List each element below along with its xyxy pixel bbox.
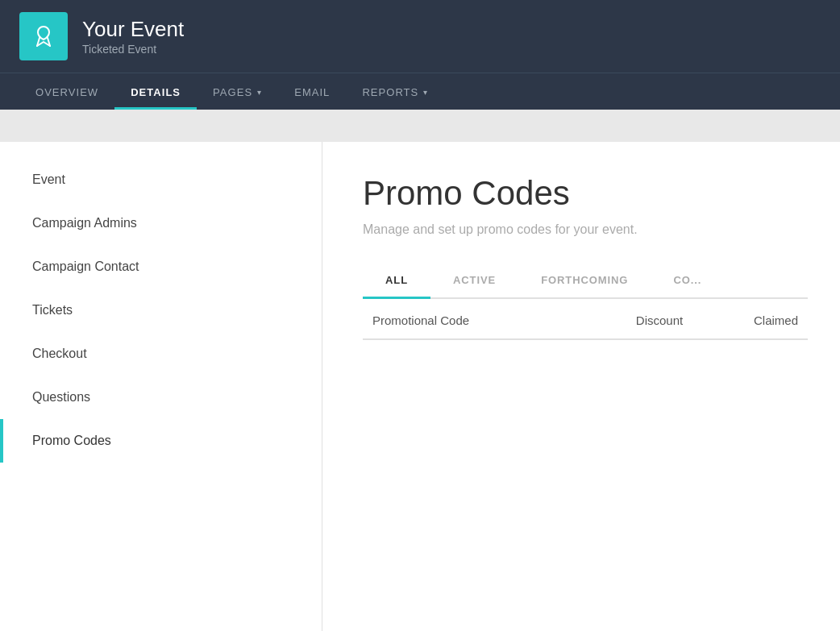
- subheader-band: [0, 110, 840, 142]
- sidebar-item-event[interactable]: Event: [0, 158, 322, 201]
- tab-active[interactable]: ACTIVE: [430, 263, 518, 297]
- app-header: Your Event Ticketed Event: [0, 0, 840, 73]
- promo-tabs: ALL ACTIVE FORTHCOMING CO...: [363, 263, 808, 299]
- page-title: Promo Codes: [363, 174, 808, 213]
- header-title-block: Your Event Ticketed Event: [82, 17, 184, 55]
- reports-chevron-icon: ▾: [423, 88, 428, 97]
- col-discount: Discount: [572, 299, 692, 339]
- event-subtitle: Ticketed Event: [82, 43, 184, 56]
- nav-email[interactable]: EMAIL: [278, 73, 346, 110]
- nav-overview[interactable]: OVERVIEW: [19, 73, 114, 110]
- tab-forthcoming[interactable]: FORTHCOMING: [518, 263, 651, 297]
- nav-pages[interactable]: PAGES ▾: [197, 73, 278, 110]
- promo-codes-table: Promotional Code Discount Claimed: [363, 299, 808, 340]
- page-subtitle: Manage and set up promo codes for your e…: [363, 222, 808, 237]
- col-promotional-code: Promotional Code: [363, 299, 572, 339]
- sidebar-item-tickets[interactable]: Tickets: [0, 289, 322, 332]
- tab-completed[interactable]: CO...: [651, 263, 724, 297]
- sidebar: Event Campaign Admins Campaign Contact T…: [0, 142, 322, 631]
- content-area: Promo Codes Manage and set up promo code…: [322, 142, 840, 631]
- nav-details[interactable]: DETAILS: [114, 73, 197, 110]
- main-nav: OVERVIEW DETAILS PAGES ▾ EMAIL REPORTS ▾: [0, 73, 840, 110]
- event-title: Your Event: [82, 17, 184, 42]
- main-layout: Event Campaign Admins Campaign Contact T…: [0, 142, 840, 631]
- nav-reports[interactable]: REPORTS ▾: [346, 73, 444, 110]
- sidebar-item-campaign-admins[interactable]: Campaign Admins: [0, 201, 322, 245]
- logo-icon: [29, 22, 58, 51]
- event-logo: [19, 12, 68, 60]
- sidebar-item-questions[interactable]: Questions: [0, 376, 322, 419]
- col-claimed: Claimed: [692, 299, 808, 339]
- sidebar-item-campaign-contact[interactable]: Campaign Contact: [0, 245, 322, 289]
- table-header-row: Promotional Code Discount Claimed: [363, 299, 808, 339]
- sidebar-item-promo-codes[interactable]: Promo Codes: [0, 419, 322, 463]
- sidebar-item-checkout[interactable]: Checkout: [0, 332, 322, 376]
- pages-chevron-icon: ▾: [257, 88, 262, 97]
- tab-all[interactable]: ALL: [363, 263, 430, 297]
